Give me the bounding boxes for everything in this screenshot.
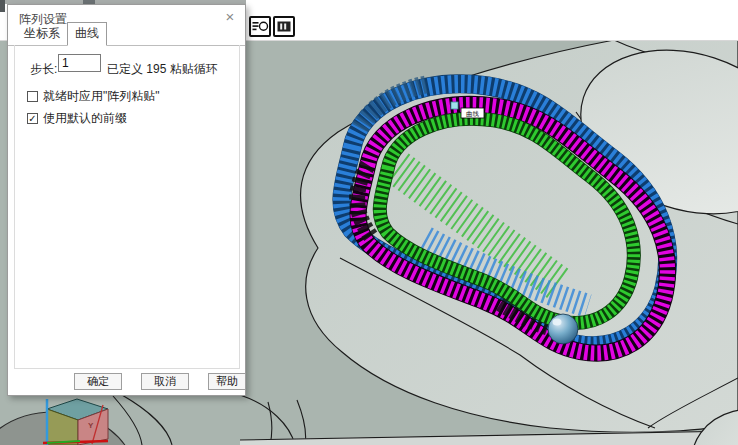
checkbox-apply-array-paste[interactable]: 就绪时应用"阵列粘贴" (27, 88, 160, 105)
svg-text:曲线: 曲线 (466, 110, 480, 118)
step-label: 步长: (30, 61, 57, 78)
display-options-icon (251, 18, 269, 35)
help-button[interactable]: 帮助 (208, 373, 246, 390)
toolbar-fragment-icon (0, 0, 5, 12)
ok-button[interactable]: 确定 (74, 373, 122, 390)
selection-sphere[interactable] (548, 314, 578, 344)
tab-curve[interactable]: 曲线 (67, 22, 107, 46)
selection-sphere-highlight (553, 319, 562, 326)
cancel-button[interactable]: 取消 (141, 373, 189, 390)
dialog-button-row: 确定 取消 帮助 (8, 373, 245, 390)
y-axis-label: Y (88, 421, 94, 430)
checkbox-prefix-label: 使用默认的前缀 (43, 110, 127, 127)
dialog-tabs: 坐标系 曲线 (8, 27, 245, 46)
step-input[interactable] (58, 54, 101, 72)
checkbox-default-prefix[interactable]: ✓ 使用默认的前缀 (27, 110, 127, 127)
toolbar-button-object-browser[interactable] (273, 16, 295, 37)
checkbox-apply-label: 就绪时应用"阵列粘贴" (43, 88, 160, 105)
tab-panel-curve: 步长: 已定义 195 粘贴循环 就绪时应用"阵列粘贴" ✓ 使用默认的前缀 (14, 45, 240, 369)
close-icon[interactable]: × (221, 8, 239, 26)
array-settings-dialog: 阵列设置 × 坐标系 曲线 步长: 已定义 195 粘贴循环 就绪时应用"阵列粘… (7, 4, 246, 396)
object-tooltip: 曲线 (461, 108, 484, 118)
defined-loops-text: 已定义 195 粘贴循环 (107, 61, 218, 78)
app-window: 曲线 Y (0, 0, 738, 445)
object-browser-icon (275, 18, 293, 35)
snap-marker (451, 102, 458, 109)
checkbox-checked-icon: ✓ (27, 113, 38, 124)
check-icon: ✓ (28, 113, 36, 123)
toolbar-button-display-options[interactable] (249, 16, 271, 37)
checkbox-unchecked-icon (27, 91, 38, 102)
tab-coordinate-system[interactable]: 坐标系 (17, 23, 67, 45)
